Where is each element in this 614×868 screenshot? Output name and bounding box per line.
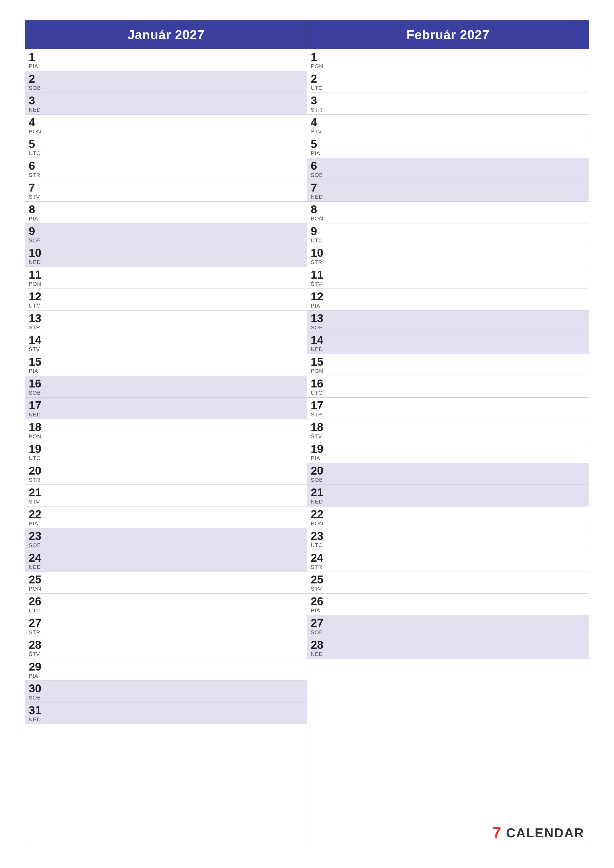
day-row: 10NED xyxy=(25,245,307,267)
day-row: 18PON xyxy=(25,419,307,441)
day-row: 18ŠTV xyxy=(307,419,589,441)
day-number: 14 xyxy=(29,334,41,346)
day-number-block: 4PON xyxy=(25,115,48,136)
day-row: 10STR xyxy=(307,245,589,267)
day-number: 26 xyxy=(311,595,323,607)
day-name: ŠTV xyxy=(311,586,322,592)
day-number: 3 xyxy=(29,95,35,106)
day-number: 5 xyxy=(29,138,35,150)
day-row: 2SOB xyxy=(25,71,307,93)
logo-icon: 7 xyxy=(493,825,501,841)
day-number: 10 xyxy=(311,247,323,259)
day-name: STR xyxy=(29,629,40,636)
day-number-block: 5UTO xyxy=(25,136,48,158)
day-name: STR xyxy=(311,411,322,418)
day-number-block: 12PIA xyxy=(307,289,330,310)
day-number: 12 xyxy=(311,291,323,302)
month-col-1: Február 20271PON2UTO3STR4ŠTV5PIA6SOB7NED… xyxy=(307,20,589,848)
day-number-block: 17NED xyxy=(25,398,48,419)
day-name: PIA xyxy=(311,150,320,157)
day-number-block: 20STR xyxy=(25,463,48,484)
logo-area: 7 CALENDAR xyxy=(493,825,584,841)
day-row: 21NED xyxy=(307,485,589,506)
day-number: 19 xyxy=(311,443,323,454)
day-number-block: 21NED xyxy=(307,485,330,506)
day-name: UTO xyxy=(29,455,41,462)
day-number-block: 11ŠTV xyxy=(307,267,330,288)
day-row: 3NED xyxy=(25,93,307,114)
day-name: PON xyxy=(29,281,41,287)
day-number: 7 xyxy=(29,182,35,193)
day-number: 6 xyxy=(311,160,317,172)
day-name: UTO xyxy=(311,237,323,244)
day-row: 26PIA xyxy=(307,594,589,615)
day-number-block: 8PIA xyxy=(25,202,48,223)
day-number-block: 18PON xyxy=(25,419,48,441)
day-number: 8 xyxy=(311,204,317,215)
day-row: 15PIA xyxy=(25,354,307,376)
day-number: 27 xyxy=(311,617,323,629)
day-row: 6STR xyxy=(25,158,307,180)
day-name: NED xyxy=(29,716,41,723)
day-row: 19PIA xyxy=(307,441,589,463)
day-name: NED xyxy=(311,194,323,200)
day-name: SOB xyxy=(29,390,41,396)
day-row: 4PON xyxy=(25,114,307,136)
day-number-block: 31NED xyxy=(25,702,48,724)
day-number-block: 25ŠTV xyxy=(307,572,330,593)
day-name: NED xyxy=(29,564,41,570)
day-row: 23UTO xyxy=(307,528,589,550)
day-row: 1PON xyxy=(307,49,589,71)
day-number: 21 xyxy=(311,487,323,498)
day-number-block: 23UTO xyxy=(307,528,330,550)
day-number: 4 xyxy=(29,116,35,128)
day-number: 28 xyxy=(29,639,41,651)
day-number: 13 xyxy=(29,313,41,324)
day-number: 16 xyxy=(29,378,41,389)
day-name: PIA xyxy=(29,673,38,679)
day-number: 21 xyxy=(29,487,41,498)
day-name: STR xyxy=(311,259,322,265)
day-number-block: 12UTO xyxy=(25,289,48,310)
day-name: UTO xyxy=(29,150,41,157)
day-number: 2 xyxy=(29,73,35,84)
day-number: 22 xyxy=(311,508,323,520)
day-name: SOB xyxy=(311,324,323,331)
day-number-block: 22PIA xyxy=(25,507,48,528)
calendar-grid: Január 20271PIA2SOB3NED4PON5UTO6STR7ŠTV8… xyxy=(25,20,589,848)
day-number-block: 16UTO xyxy=(307,376,330,397)
day-name: UTO xyxy=(29,608,41,614)
month-header-0: Január 2027 xyxy=(25,20,307,49)
day-row: 17NED xyxy=(25,397,307,419)
day-number: 13 xyxy=(311,313,323,324)
day-name: SOB xyxy=(29,542,41,549)
logo-text: CALENDAR xyxy=(506,825,584,840)
day-number: 9 xyxy=(29,225,35,237)
day-number: 11 xyxy=(29,269,41,281)
day-number-block: 5PIA xyxy=(307,136,330,158)
day-row: 13STR xyxy=(25,310,307,332)
day-number-block: 10STR xyxy=(307,245,330,267)
day-number-block: 14ŠTV xyxy=(25,332,48,353)
day-name: UTO xyxy=(311,390,323,396)
day-row: 20STR xyxy=(25,463,307,485)
day-number-block: 23SOB xyxy=(25,528,48,550)
day-row: 24NED xyxy=(25,550,307,572)
day-name: PIA xyxy=(29,368,38,374)
day-name: PON xyxy=(29,129,41,135)
day-name: PIA xyxy=(311,608,320,614)
day-number: 2 xyxy=(311,73,317,84)
day-name: PON xyxy=(311,368,323,374)
day-row: 27STR xyxy=(25,615,307,637)
day-number: 17 xyxy=(311,400,323,411)
day-number-block: 16SOB xyxy=(25,376,48,397)
day-name: ŠTV xyxy=(29,346,40,353)
day-number-block: 25PON xyxy=(25,572,48,593)
day-number-block: 26PIA xyxy=(307,594,330,615)
day-number: 6 xyxy=(29,160,35,172)
day-name: PIA xyxy=(29,63,38,70)
day-row: 11ŠTV xyxy=(307,267,589,288)
day-number: 14 xyxy=(311,334,323,346)
day-row: 12PIA xyxy=(307,288,589,310)
day-name: STR xyxy=(311,107,322,113)
